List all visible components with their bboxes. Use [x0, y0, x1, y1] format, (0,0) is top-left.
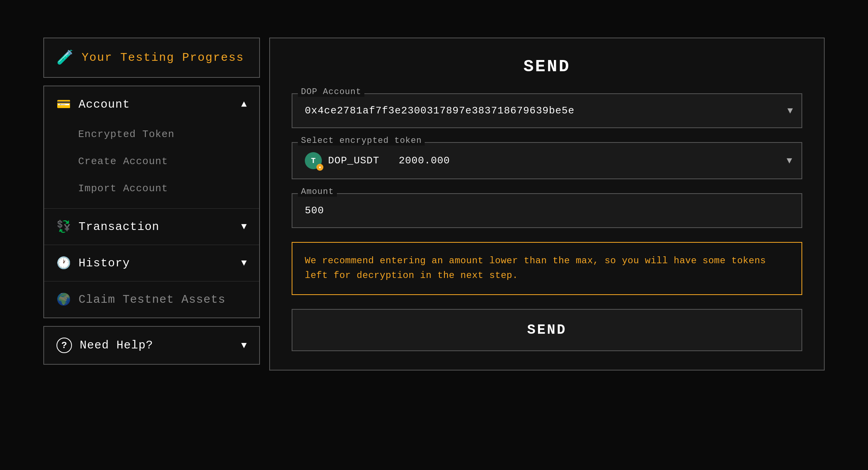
- nav-create-account[interactable]: Create Account: [75, 149, 247, 173]
- nav-import-account[interactable]: Import Account: [75, 177, 247, 201]
- help-chevron: ▼: [241, 340, 247, 351]
- dop-account-select-wrapper: 0x4ce2781af7f3e2300317897e383718679639be…: [292, 93, 802, 128]
- claim-label: Claim Testnet Assets: [79, 293, 226, 306]
- token-icon: T ●: [305, 152, 322, 169]
- nav-section-claim: 🌍 Claim Testnet Assets: [44, 281, 259, 317]
- progress-label: Your Testing Progress: [82, 51, 244, 64]
- nav-account-item[interactable]: 💳 Account ▲: [44, 86, 259, 122]
- nav-encrypted-token[interactable]: Encrypted Token: [75, 122, 247, 146]
- main-panel: SEND DOP Account 0x4ce2781af7f3e23003178…: [269, 38, 825, 371]
- progress-icon: 🧪: [56, 49, 74, 66]
- dop-account-value: 0x4ce2781af7f3e2300317897e383718679639be…: [305, 105, 574, 117]
- dop-account-label: DOP Account: [298, 87, 364, 97]
- app-container: 🧪 Your Testing Progress 💳 Account ▲ Encr…: [28, 22, 840, 448]
- help-label: Need Help?: [80, 339, 153, 352]
- send-button[interactable]: SEND: [292, 309, 802, 351]
- progress-section[interactable]: 🧪 Your Testing Progress: [43, 38, 260, 78]
- nav-section-account: 💳 Account ▲ Encrypted Token Create Accou…: [44, 86, 259, 209]
- history-icon: 🕐: [56, 256, 71, 270]
- amount-field: Amount: [292, 193, 802, 228]
- transaction-icon: 💱: [56, 220, 71, 234]
- nav-history-item[interactable]: 🕐 History ▼: [44, 245, 259, 281]
- warning-box: We recommend entering an amount lower th…: [292, 242, 802, 295]
- account-icon: 💳: [56, 97, 71, 111]
- account-sub-items: Encrypted Token Create Account Import Ac…: [44, 122, 259, 208]
- token-name: DOP_USDT 2000.000: [328, 155, 450, 166]
- transaction-label: Transaction: [79, 220, 159, 233]
- nav-transaction-item[interactable]: 💱 Transaction ▼: [44, 209, 259, 245]
- panel-title: SEND: [292, 57, 802, 76]
- dop-account-select[interactable]: 0x4ce2781af7f3e2300317897e383718679639be…: [292, 93, 802, 128]
- nav-section-transaction: 💱 Transaction ▼: [44, 209, 259, 245]
- help-icon: ?: [56, 338, 72, 353]
- transaction-chevron: ▼: [241, 221, 247, 232]
- token-dropdown-arrow: ▼: [787, 156, 792, 166]
- sidebar: 🧪 Your Testing Progress 💳 Account ▲ Encr…: [43, 38, 260, 365]
- warning-text: We recommend entering an amount lower th…: [305, 254, 789, 283]
- nav-claim-item[interactable]: 🌍 Claim Testnet Assets: [44, 281, 259, 317]
- token-label: Select encrypted token: [298, 136, 425, 146]
- history-chevron: ▼: [241, 258, 247, 268]
- account-chevron: ▲: [241, 99, 247, 110]
- nav-box: 💳 Account ▲ Encrypted Token Create Accou…: [43, 86, 260, 318]
- dop-account-field: DOP Account 0x4ce2781af7f3e2300317897e38…: [292, 93, 802, 128]
- help-item[interactable]: ? Need Help? ▼: [44, 327, 259, 364]
- account-label: Account: [79, 98, 130, 111]
- token-icon-badge: ●: [316, 164, 323, 171]
- token-select[interactable]: T ● DOP_USDT 2000.000 ▼: [292, 142, 802, 179]
- nav-section-history: 🕐 History ▼: [44, 245, 259, 281]
- help-section: ? Need Help? ▼: [43, 326, 260, 365]
- amount-label: Amount: [298, 187, 337, 197]
- claim-icon: 🌍: [56, 292, 71, 307]
- token-field: Select encrypted token T ● DOP_USDT 2000…: [292, 142, 802, 179]
- amount-input[interactable]: [292, 193, 802, 228]
- history-label: History: [79, 257, 130, 270]
